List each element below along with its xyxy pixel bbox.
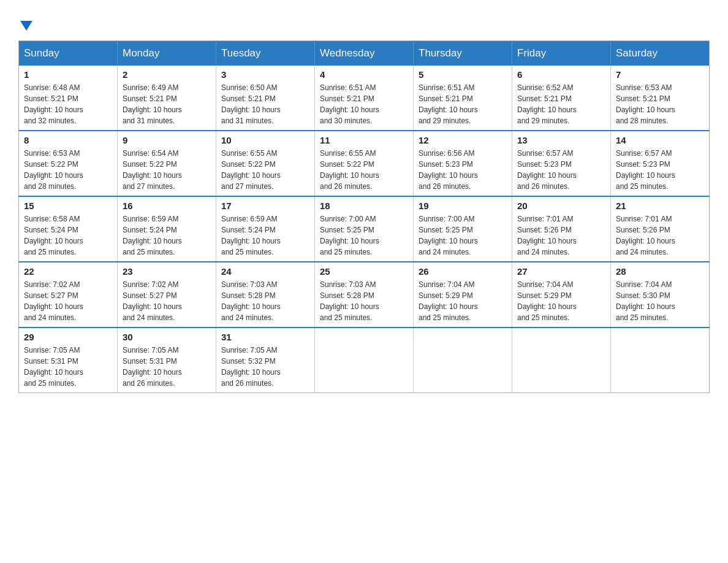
logo	[18, 18, 34, 28]
calendar-week-row: 29Sunrise: 7:05 AMSunset: 5:31 PMDayligh…	[19, 327, 710, 393]
calendar-cell: 8Sunrise: 6:53 AMSunset: 5:22 PMDaylight…	[19, 131, 118, 196]
day-number: 28	[616, 266, 704, 277]
calendar-cell: 4Sunrise: 6:51 AMSunset: 5:21 PMDaylight…	[315, 66, 414, 131]
day-info: Sunrise: 7:01 AMSunset: 5:26 PMDaylight:…	[517, 213, 605, 258]
calendar-cell	[315, 327, 414, 393]
day-number: 12	[419, 135, 507, 145]
calendar-cell: 3Sunrise: 6:50 AMSunset: 5:21 PMDaylight…	[216, 66, 315, 131]
day-number: 30	[123, 332, 211, 342]
day-number: 18	[320, 201, 408, 211]
calendar-cell: 31Sunrise: 7:05 AMSunset: 5:32 PMDayligh…	[216, 327, 315, 393]
day-number: 6	[517, 69, 605, 80]
calendar-cell: 29Sunrise: 7:05 AMSunset: 5:31 PMDayligh…	[19, 327, 118, 393]
day-number: 23	[123, 266, 211, 277]
calendar-cell: 16Sunrise: 6:59 AMSunset: 5:24 PMDayligh…	[118, 196, 216, 262]
day-number: 14	[616, 135, 704, 145]
calendar-cell	[611, 327, 710, 393]
calendar-cell: 17Sunrise: 6:59 AMSunset: 5:24 PMDayligh…	[216, 196, 315, 262]
day-number: 16	[123, 201, 211, 211]
calendar-cell: 19Sunrise: 7:00 AMSunset: 5:25 PMDayligh…	[414, 196, 512, 262]
day-number: 9	[123, 135, 211, 145]
calendar-header-tuesday: Tuesday	[216, 41, 315, 66]
day-info: Sunrise: 6:48 AMSunset: 5:21 PMDaylight:…	[24, 82, 112, 126]
day-info: Sunrise: 7:04 AMSunset: 5:29 PMDaylight:…	[419, 279, 507, 323]
day-number: 13	[517, 135, 605, 145]
calendar-header-row: SundayMondayTuesdayWednesdayThursdayFrid…	[19, 41, 710, 66]
calendar-cell: 10Sunrise: 6:55 AMSunset: 5:22 PMDayligh…	[216, 131, 315, 196]
day-number: 11	[320, 135, 408, 145]
day-info: Sunrise: 6:55 AMSunset: 5:22 PMDaylight:…	[221, 148, 309, 192]
calendar-cell: 1Sunrise: 6:48 AMSunset: 5:21 PMDaylight…	[19, 66, 118, 131]
day-info: Sunrise: 7:00 AMSunset: 5:25 PMDaylight:…	[320, 213, 408, 258]
day-number: 25	[320, 266, 408, 277]
calendar-week-row: 22Sunrise: 7:02 AMSunset: 5:27 PMDayligh…	[19, 262, 710, 327]
day-number: 5	[419, 69, 507, 80]
day-info: Sunrise: 6:59 AMSunset: 5:24 PMDaylight:…	[123, 213, 211, 258]
day-info: Sunrise: 7:05 AMSunset: 5:31 PMDaylight:…	[24, 345, 112, 389]
day-info: Sunrise: 7:02 AMSunset: 5:27 PMDaylight:…	[123, 279, 211, 323]
day-info: Sunrise: 6:49 AMSunset: 5:21 PMDaylight:…	[123, 82, 211, 126]
calendar-cell: 22Sunrise: 7:02 AMSunset: 5:27 PMDayligh…	[19, 262, 118, 327]
day-number: 26	[419, 266, 507, 277]
day-number: 19	[419, 201, 507, 211]
calendar-cell: 20Sunrise: 7:01 AMSunset: 5:26 PMDayligh…	[512, 196, 611, 262]
day-number: 7	[616, 69, 704, 80]
day-info: Sunrise: 6:59 AMSunset: 5:24 PMDaylight:…	[221, 213, 309, 258]
calendar-cell: 30Sunrise: 7:05 AMSunset: 5:31 PMDayligh…	[118, 327, 216, 393]
calendar-cell	[414, 327, 512, 393]
day-info: Sunrise: 7:05 AMSunset: 5:32 PMDaylight:…	[221, 345, 309, 389]
calendar-header-saturday: Saturday	[611, 41, 710, 66]
day-number: 29	[24, 332, 112, 342]
calendar-header-wednesday: Wednesday	[315, 41, 414, 66]
calendar-header-sunday: Sunday	[19, 41, 118, 66]
day-number: 20	[517, 201, 605, 211]
calendar-cell: 13Sunrise: 6:57 AMSunset: 5:23 PMDayligh…	[512, 131, 611, 196]
calendar-cell: 2Sunrise: 6:49 AMSunset: 5:21 PMDaylight…	[118, 66, 216, 131]
day-number: 10	[221, 135, 309, 145]
logo-triangle-icon	[20, 21, 32, 31]
day-number: 4	[320, 69, 408, 80]
day-number: 31	[221, 332, 309, 342]
calendar-cell: 15Sunrise: 6:58 AMSunset: 5:24 PMDayligh…	[19, 196, 118, 262]
day-info: Sunrise: 6:53 AMSunset: 5:22 PMDaylight:…	[24, 148, 112, 192]
calendar-cell: 26Sunrise: 7:04 AMSunset: 5:29 PMDayligh…	[414, 262, 512, 327]
calendar-cell: 6Sunrise: 6:52 AMSunset: 5:21 PMDaylight…	[512, 66, 611, 131]
day-info: Sunrise: 7:03 AMSunset: 5:28 PMDaylight:…	[221, 279, 309, 323]
day-number: 24	[221, 266, 309, 277]
calendar-cell: 18Sunrise: 7:00 AMSunset: 5:25 PMDayligh…	[315, 196, 414, 262]
day-info: Sunrise: 7:01 AMSunset: 5:26 PMDaylight:…	[616, 213, 704, 258]
day-info: Sunrise: 6:50 AMSunset: 5:21 PMDaylight:…	[221, 82, 309, 126]
day-info: Sunrise: 7:00 AMSunset: 5:25 PMDaylight:…	[419, 213, 507, 258]
day-info: Sunrise: 6:57 AMSunset: 5:23 PMDaylight:…	[517, 148, 605, 192]
day-info: Sunrise: 6:56 AMSunset: 5:23 PMDaylight:…	[419, 148, 507, 192]
day-info: Sunrise: 6:55 AMSunset: 5:22 PMDaylight:…	[320, 148, 408, 192]
calendar-cell: 14Sunrise: 6:57 AMSunset: 5:23 PMDayligh…	[611, 131, 710, 196]
day-info: Sunrise: 6:54 AMSunset: 5:22 PMDaylight:…	[123, 148, 211, 192]
day-info: Sunrise: 6:51 AMSunset: 5:21 PMDaylight:…	[320, 82, 408, 126]
day-info: Sunrise: 7:04 AMSunset: 5:30 PMDaylight:…	[616, 279, 704, 323]
calendar-week-row: 8Sunrise: 6:53 AMSunset: 5:22 PMDaylight…	[19, 131, 710, 196]
day-number: 21	[616, 201, 704, 211]
calendar-header-friday: Friday	[512, 41, 611, 66]
day-info: Sunrise: 7:04 AMSunset: 5:29 PMDaylight:…	[517, 279, 605, 323]
calendar-cell: 11Sunrise: 6:55 AMSunset: 5:22 PMDayligh…	[315, 131, 414, 196]
calendar-cell: 24Sunrise: 7:03 AMSunset: 5:28 PMDayligh…	[216, 262, 315, 327]
day-number: 17	[221, 201, 309, 211]
calendar-week-row: 1Sunrise: 6:48 AMSunset: 5:21 PMDaylight…	[19, 66, 710, 131]
calendar-cell: 28Sunrise: 7:04 AMSunset: 5:30 PMDayligh…	[611, 262, 710, 327]
calendar-cell: 21Sunrise: 7:01 AMSunset: 5:26 PMDayligh…	[611, 196, 710, 262]
calendar-week-row: 15Sunrise: 6:58 AMSunset: 5:24 PMDayligh…	[19, 196, 710, 262]
page-header	[18, 18, 710, 28]
calendar-cell: 5Sunrise: 6:51 AMSunset: 5:21 PMDaylight…	[414, 66, 512, 131]
calendar-cell: 9Sunrise: 6:54 AMSunset: 5:22 PMDaylight…	[118, 131, 216, 196]
day-info: Sunrise: 6:57 AMSunset: 5:23 PMDaylight:…	[616, 148, 704, 192]
day-info: Sunrise: 6:51 AMSunset: 5:21 PMDaylight:…	[419, 82, 507, 126]
calendar-cell: 25Sunrise: 7:03 AMSunset: 5:28 PMDayligh…	[315, 262, 414, 327]
day-number: 15	[24, 201, 112, 211]
calendar-table: SundayMondayTuesdayWednesdayThursdayFrid…	[18, 40, 710, 393]
day-info: Sunrise: 7:03 AMSunset: 5:28 PMDaylight:…	[320, 279, 408, 323]
day-number: 1	[24, 69, 112, 80]
day-info: Sunrise: 7:05 AMSunset: 5:31 PMDaylight:…	[123, 345, 211, 389]
calendar-cell: 23Sunrise: 7:02 AMSunset: 5:27 PMDayligh…	[118, 262, 216, 327]
day-info: Sunrise: 7:02 AMSunset: 5:27 PMDaylight:…	[24, 279, 112, 323]
